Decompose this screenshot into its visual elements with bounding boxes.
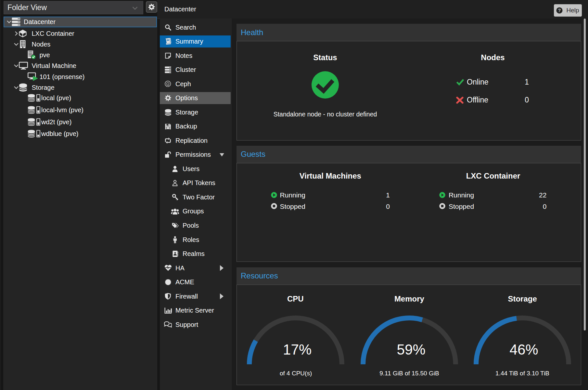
svg-text:?: ? (558, 8, 561, 13)
